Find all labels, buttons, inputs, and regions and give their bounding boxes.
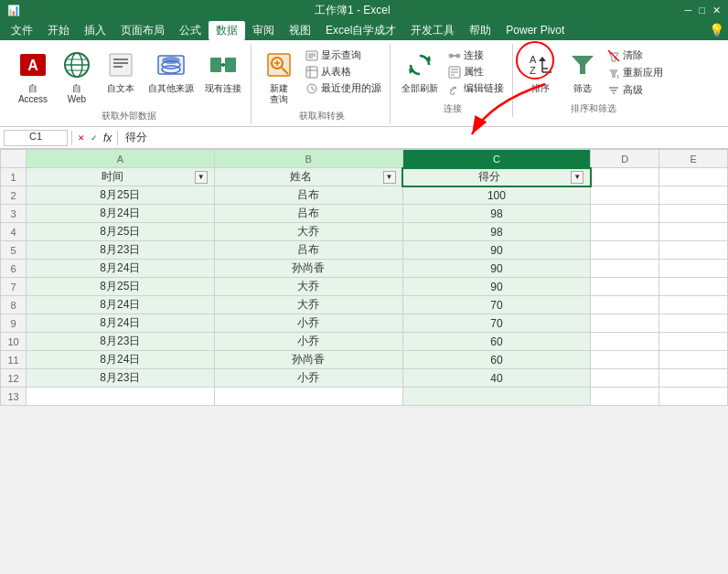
menu-data[interactable]: 数据 [209,21,245,40]
existing-connections-btn[interactable]: 现有连接 [201,46,245,97]
properties-btn[interactable]: 属性 [445,64,507,80]
cell-e8[interactable] [659,296,728,314]
cell-d3[interactable] [591,205,659,223]
name-box[interactable]: C1 [4,130,68,146]
cell-b11[interactable]: 孙尚香 [214,351,402,369]
cell-b1[interactable]: 姓名 ▼ [214,168,402,186]
cell-c11[interactable]: 60 [402,351,591,369]
cell-c1[interactable]: 得分 ▼ [402,168,591,186]
minimize-btn[interactable]: ─ [685,5,692,16]
cell-e1[interactable] [659,168,728,186]
cell-d11[interactable] [591,351,659,369]
menu-view[interactable]: 视图 [282,21,318,40]
cell-a7[interactable]: 8月25日 [27,278,215,296]
cell-c12[interactable]: 40 [402,369,591,388]
cell-c2[interactable]: 100 [402,186,591,205]
col-header-c[interactable]: C [402,150,591,168]
cell-e13[interactable] [659,388,728,406]
formula-confirm-icon[interactable]: ✓ [89,133,100,143]
recent-sources-btn[interactable]: 最近使用的源 [303,80,384,96]
cell-e6[interactable] [659,260,728,278]
sort-az-btn[interactable]: A Z 排序 [520,46,561,97]
menu-file[interactable]: 文件 [4,21,40,40]
cell-d6[interactable] [591,260,659,278]
cell-d12[interactable] [591,369,659,388]
cell-d10[interactable] [591,333,659,351]
clear-btn[interactable]: 清除 [605,48,666,63]
filter-score-btn[interactable]: ▼ [571,171,583,184]
cell-a13[interactable] [27,388,215,406]
advanced-btn[interactable]: 高级 [605,82,666,98]
cell-a1[interactable]: 时间 ▼ [27,168,215,186]
cell-d5[interactable] [591,241,659,260]
cell-b4[interactable]: 大乔 [214,223,402,241]
cell-c3[interactable]: 98 [402,205,591,223]
filter-name-btn[interactable]: ▼ [383,171,396,184]
new-query-btn[interactable]: 新建查询 [259,46,299,108]
from-table-btn[interactable]: 从表格 [303,64,384,80]
cell-b12[interactable]: 小乔 [214,369,402,388]
cell-c5[interactable]: 90 [402,241,591,260]
cell-c13[interactable] [402,388,591,406]
col-header-d[interactable]: D [591,150,659,168]
refresh-all-btn[interactable]: 全部刷新 [398,46,442,97]
cell-a5[interactable]: 8月23日 [27,241,215,260]
cell-b3[interactable]: 吕布 [214,205,402,223]
menu-insert[interactable]: 插入 [77,21,113,40]
cell-e4[interactable] [659,223,728,241]
cell-d7[interactable] [591,278,659,296]
close-btn[interactable]: ✕ [712,5,721,16]
lightbulb-icon[interactable]: 💡 [709,23,724,37]
cell-a11[interactable]: 8月24日 [27,351,215,369]
web-btn[interactable]: 自Web [57,46,97,108]
cell-a6[interactable]: 8月24日 [27,260,215,278]
cell-b5[interactable]: 吕布 [214,241,402,260]
formula-insert-function-icon[interactable]: fx [102,132,113,144]
cell-e3[interactable] [659,205,728,223]
cell-a4[interactable]: 8月25日 [27,223,215,241]
cell-c9[interactable]: 70 [402,314,591,333]
access-btn[interactable]: A 自Access [13,46,53,108]
cell-a10[interactable]: 8月23日 [27,333,215,351]
cell-a3[interactable]: 8月24日 [27,205,215,223]
cell-c7[interactable]: 90 [402,278,591,296]
filter-btn[interactable]: 筛选 [562,46,603,97]
cell-b13[interactable] [214,388,402,406]
cell-e10[interactable] [659,333,728,351]
formula-cancel-icon[interactable]: ✕ [76,133,87,143]
text-btn[interactable]: 自文本 [101,46,141,97]
cell-a8[interactable]: 8月24日 [27,296,215,314]
cell-e12[interactable] [659,369,728,388]
col-header-a[interactable]: A [27,150,215,168]
cell-c8[interactable]: 70 [402,296,591,314]
edit-links-btn[interactable]: 编辑链接 [445,80,507,96]
cell-d1[interactable] [591,168,659,186]
cell-b10[interactable]: 小乔 [214,333,402,351]
menu-formula[interactable]: 公式 [172,21,209,40]
cell-e9[interactable] [659,314,728,333]
cell-b7[interactable]: 大乔 [214,278,402,296]
cell-b6[interactable]: 孙尚香 [214,260,402,278]
maximize-btn[interactable]: □ [699,5,705,16]
cell-d13[interactable] [591,388,659,406]
cell-d9[interactable] [591,314,659,333]
cell-b9[interactable]: 小乔 [214,314,402,333]
menu-review[interactable]: 审阅 [245,21,282,40]
cell-c6[interactable]: 90 [402,260,591,278]
menu-power-pivot[interactable]: Power Pivot [498,22,572,38]
cell-c10[interactable]: 60 [402,333,591,351]
menu-layout[interactable]: 页面布局 [113,21,172,40]
cell-c4[interactable]: 98 [402,223,591,241]
cell-a12[interactable]: 8月23日 [27,369,215,388]
connections-btn[interactable]: 连接 [445,48,507,63]
menu-developer[interactable]: 开发工具 [403,21,462,40]
reapply-btn[interactable]: 重新应用 [605,65,666,80]
cell-a2[interactable]: 8月25日 [27,186,215,205]
col-header-b[interactable]: B [214,150,402,168]
cell-e11[interactable] [659,351,728,369]
cell-b2[interactable]: 吕布 [214,186,402,205]
other-sources-btn[interactable]: 自其他来源 [145,46,198,97]
cell-e2[interactable] [659,186,728,205]
cell-d2[interactable] [591,186,659,205]
cell-d4[interactable] [591,223,659,241]
